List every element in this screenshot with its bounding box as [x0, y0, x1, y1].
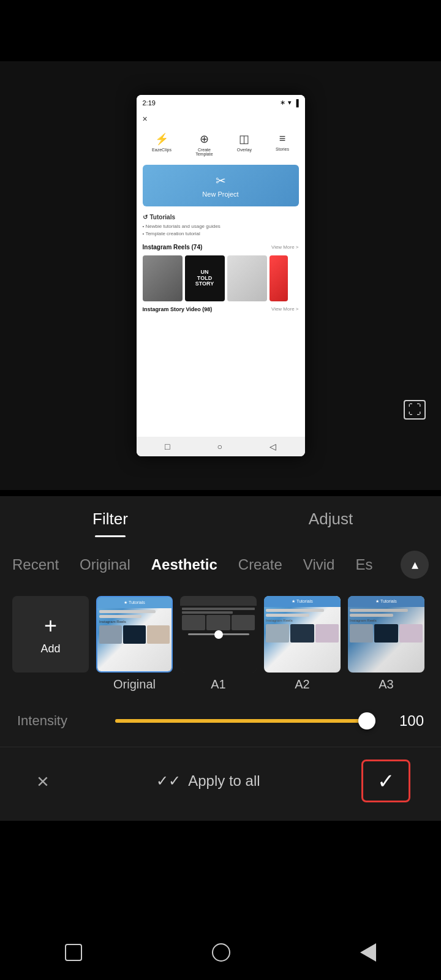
a1-label: A1 [211, 677, 225, 692]
apply-to-all-icon: ✓✓ [156, 772, 181, 790]
phone-icon-create-template[interactable]: ⊕ CreateTemplate [195, 132, 213, 156]
thumb-1 [143, 255, 183, 301]
phone-mockup: 2:19 ∗ ▾ ▐ × ⚡ EazeCIips ⊕ CreateTemplat… [137, 95, 305, 456]
add-label: Add [40, 643, 60, 655]
a1-filter-box[interactable] [180, 596, 257, 673]
scissors-icon: ✂ [216, 173, 226, 188]
phone-thumbnails-row: UNTOLDSTORY [137, 253, 305, 304]
tutorials-title: ↺ Tutorials [143, 214, 299, 221]
overlay-icon: ◫ [239, 132, 249, 146]
apply-to-all-button[interactable]: ✓✓ Apply to all [150, 766, 266, 796]
tutorial-item-2: • Template creation tutorial [143, 230, 299, 238]
intensity-row: Intensity 100 [0, 704, 441, 747]
filter-cat-original[interactable]: Original [80, 556, 130, 573]
tutorials-icon: ↺ [143, 214, 148, 221]
thumb-4 [270, 255, 288, 301]
phone-icons-row: ⚡ EazeCIips ⊕ CreateTemplate ◫ Overlay ≡… [137, 127, 305, 161]
create-template-label: CreateTemplate [195, 148, 213, 156]
filter-cat-create[interactable]: Create [238, 556, 282, 573]
a2-filter-box[interactable]: ★ Tutorials Instagram Reels [264, 596, 341, 673]
filter-cat-recent[interactable]: Recent [12, 556, 59, 573]
view-more-reels[interactable]: View More > [271, 244, 299, 250]
instagram-reels-title: Instagram Reels (74) [143, 244, 203, 251]
filter-expand-button[interactable]: ▴ [401, 551, 429, 579]
view-more-story[interactable]: View More > [271, 306, 299, 312]
original-preview: ★ Tutorials Instagram Reels [97, 597, 172, 671]
intensity-fill [115, 719, 375, 723]
phone-nav-square[interactable]: □ [165, 442, 170, 451]
chevron-up-icon: ▴ [412, 557, 418, 573]
nav-home-button[interactable] [212, 943, 230, 962]
phone-status-bar: 2:19 ∗ ▾ ▐ [137, 95, 305, 110]
nav-back-button[interactable] [360, 943, 376, 962]
a2-label: A2 [295, 677, 309, 692]
a3-filter-box[interactable]: ★ Tutorials Instagram Reels [348, 596, 424, 673]
intensity-value: 100 [387, 712, 424, 729]
filter-item-a3[interactable]: ★ Tutorials Instagram Reels A3 [348, 596, 424, 692]
phone-nav-back[interactable]: ◁ [270, 442, 276, 451]
phone-tutorials: ↺ Tutorials • Newbie tutorials and usage… [137, 210, 305, 241]
phone-icon-eazeclips[interactable]: ⚡ EazeCIips [152, 132, 172, 156]
intensity-slider[interactable] [115, 719, 375, 723]
wifi-icon: ▾ [288, 99, 292, 107]
filter-cat-vivid[interactable]: Vivid [303, 556, 335, 573]
mini-thumb-c [147, 625, 170, 644]
a1-slider-line [188, 633, 249, 635]
instagram-story-header: Instagram Story Video (98) View More > [137, 304, 305, 315]
nav-recents-button[interactable] [65, 944, 82, 961]
tab-row: Filter Adjust [0, 496, 441, 537]
phone-icon-overlay[interactable]: ◫ Overlay [237, 132, 252, 156]
a2-preview: ★ Tutorials Instagram Reels [264, 596, 341, 673]
filter-cat-aesthetic[interactable]: Aesthetic [151, 556, 217, 573]
confirm-icon: ✓ [377, 769, 394, 793]
phone-close-icon[interactable]: × [143, 114, 148, 124]
top-bar [0, 0, 441, 55]
tutorials-list: • Newbie tutorials and usage guides • Te… [143, 223, 299, 238]
thumb-2: UNTOLDSTORY [185, 255, 225, 301]
phone-nav-home[interactable]: ○ [217, 442, 222, 451]
eazeclips-icon: ⚡ [155, 132, 168, 146]
original-filter-box[interactable]: ★ Tutorials Instagram Reels [96, 596, 173, 673]
a1-preview [180, 596, 257, 673]
mini-thumb-b [123, 625, 146, 644]
instagram-story-title: Instagram Story Video (98) [143, 306, 213, 312]
thumb-text: UNTOLDSTORY [194, 268, 216, 289]
system-nav [0, 925, 441, 980]
a3-preview: ★ Tutorials Instagram Reels [348, 596, 424, 673]
action-bar: × ✓✓ Apply to all ✓ [0, 747, 441, 821]
battery-icon: ▐ [294, 99, 299, 107]
mini-thumb-a [99, 625, 122, 644]
new-project-label: New Project [202, 190, 238, 198]
bluetooth-icon: ∗ [280, 99, 285, 107]
overlay-label: Overlay [237, 148, 252, 152]
filter-cat-es[interactable]: Es [355, 556, 372, 573]
intensity-thumb[interactable] [358, 712, 375, 729]
a3-label: A3 [379, 677, 393, 692]
create-template-icon: ⊕ [200, 132, 209, 146]
phone-status-icons: ∗ ▾ ▐ [280, 99, 299, 107]
stories-icon: ≡ [279, 132, 286, 145]
filter-item-add[interactable]: + Add [12, 596, 89, 692]
preview-area: 2:19 ∗ ▾ ▐ × ⚡ EazeCIips ⊕ CreateTemplat… [0, 61, 441, 490]
cancel-button[interactable]: × [31, 763, 55, 799]
tab-filter[interactable]: Filter [0, 496, 221, 537]
mini-line-2 [99, 615, 141, 618]
phone-icon-stories[interactable]: ≡ Stories [276, 132, 289, 156]
mini-line-1 [99, 610, 156, 613]
filter-categories: Recent Original Aesthetic Create Vivid E… [0, 537, 441, 590]
thumb-3 [227, 255, 267, 301]
tutorial-item-1: • Newbie tutorials and usage guides [143, 223, 299, 230]
tab-adjust[interactable]: Adjust [221, 496, 441, 537]
mini-bar-text: ★ Tutorials [124, 600, 145, 605]
filter-thumbs: + Add ★ Tutorials Instagram Reels [0, 590, 441, 704]
filter-item-a2[interactable]: ★ Tutorials Instagram Reels A2 [264, 596, 341, 692]
confirm-button[interactable]: ✓ [361, 760, 410, 802]
filter-item-a1[interactable]: A1 [180, 596, 257, 692]
filter-item-original[interactable]: ★ Tutorials Instagram Reels Original [96, 596, 173, 692]
new-project-button[interactable]: ✂ New Project [143, 165, 299, 206]
add-icon: + [44, 613, 57, 639]
phone-header: × [137, 110, 305, 127]
expand-icon[interactable]: ⛶ [404, 400, 426, 420]
add-filter-box[interactable]: + Add [12, 596, 89, 673]
eazeclips-label: EazeCIips [152, 148, 172, 152]
